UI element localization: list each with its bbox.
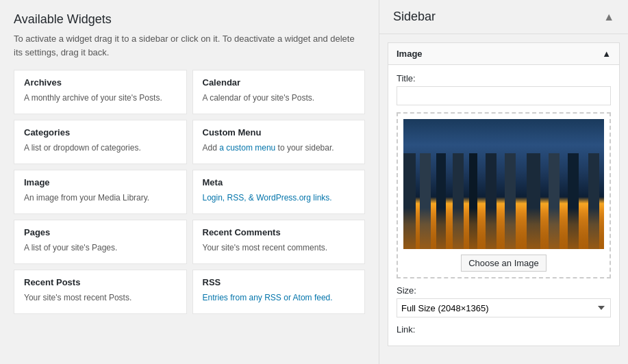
size-section: Size: Full Size (2048×1365) Large (1024×… — [397, 285, 611, 317]
widget-image-title: Image — [24, 177, 177, 187]
widget-pages[interactable]: Pages A list of your site's Pages. — [14, 220, 187, 264]
image-widget-collapse-icon[interactable]: ▲ — [602, 49, 611, 59]
widget-pages-desc: A list of your site's Pages. — [24, 243, 117, 252]
sidebar-panel: Sidebar ▲ Image ▲ Title: Choose an Image… — [379, 0, 628, 364]
meta-link[interactable]: Login, RSS, & WordPress.org links. — [203, 193, 332, 203]
widget-recent-comments[interactable]: Recent Comments Your site's most recent … — [192, 220, 366, 264]
widget-archives-desc: A monthly archive of your site's Posts. — [24, 93, 162, 103]
panel-title: Available Widgets — [14, 12, 365, 27]
widget-meta-desc: Login, RSS, & WordPress.org links. — [203, 193, 332, 203]
sidebar-header: Sidebar ▲ — [379, 0, 628, 34]
widget-meta[interactable]: Meta Login, RSS, & WordPress.org links. — [192, 170, 366, 214]
widget-recent-posts[interactable]: Recent Posts Your site's most recent Pos… — [14, 270, 187, 314]
widget-recent-comments-title: Recent Comments — [203, 227, 355, 237]
widget-archives[interactable]: Archives A monthly archive of your site'… — [14, 70, 187, 114]
size-select[interactable]: Full Size (2048×1365) Large (1024×683) M… — [397, 298, 611, 317]
widget-pages-title: Pages — [24, 227, 177, 237]
widget-meta-title: Meta — [203, 177, 355, 187]
widget-categories-title: Categories — [24, 127, 177, 138]
image-widget-header: Image ▲ — [388, 43, 619, 65]
widget-calendar[interactable]: Calendar A calendar of your site's Posts… — [192, 70, 366, 114]
widget-rss-title: RSS — [203, 277, 355, 287]
widget-image[interactable]: Image An image from your Media Library. — [14, 170, 187, 214]
title-label: Title: — [397, 73, 611, 83]
widget-categories-desc: A list or dropdown of categories. — [24, 143, 141, 153]
widget-categories[interactable]: Categories A list or dropdown of categor… — [14, 120, 187, 164]
widget-custom-menu[interactable]: Custom Menu Add a custom menu to your si… — [192, 120, 366, 164]
widget-custom-menu-desc: Add a custom menu to your sidebar. — [203, 143, 334, 153]
sidebar-title: Sidebar — [393, 10, 436, 24]
title-input[interactable] — [397, 86, 611, 105]
panel-description: To activate a widget drag it to a sideba… — [14, 32, 365, 59]
image-widget-title: Image — [397, 49, 423, 59]
widget-archives-title: Archives — [24, 77, 177, 88]
rss-link[interactable]: Entries from any RSS or Atom feed. — [203, 293, 333, 302]
size-label: Size: — [397, 285, 611, 296]
widget-recent-posts-title: Recent Posts — [24, 277, 177, 287]
collapse-arrow-icon[interactable]: ▲ — [603, 11, 614, 23]
widget-custom-menu-title: Custom Menu — [203, 127, 355, 138]
city-skyline-image — [403, 119, 604, 249]
widget-rss[interactable]: RSS Entries from any RSS or Atom feed. — [192, 270, 366, 314]
widget-calendar-title: Calendar — [203, 77, 355, 88]
image-widget: Image ▲ Title: Choose an Image Size: Ful… — [388, 42, 620, 346]
choose-image-button[interactable]: Choose an Image — [461, 255, 547, 272]
widget-calendar-desc: A calendar of your site's Posts. — [203, 93, 315, 103]
image-widget-body: Title: Choose an Image Size: Full Size (… — [388, 65, 619, 346]
image-preview-area: Choose an Image — [397, 112, 611, 278]
widget-rss-desc: Entries from any RSS or Atom feed. — [203, 293, 333, 302]
widget-image-desc: An image from your Media Library. — [24, 193, 149, 203]
widget-recent-comments-desc: Your site's most recent comments. — [203, 243, 328, 252]
link-section: Link: — [397, 324, 611, 335]
custom-menu-link[interactable]: a custom menu — [219, 143, 275, 153]
widgets-grid: Archives A monthly archive of your site'… — [14, 70, 365, 314]
link-label: Link: — [397, 324, 611, 335]
available-widgets-panel: Available Widgets To activate a widget d… — [0, 0, 379, 364]
widget-recent-posts-desc: Your site's most recent Posts. — [24, 293, 131, 302]
